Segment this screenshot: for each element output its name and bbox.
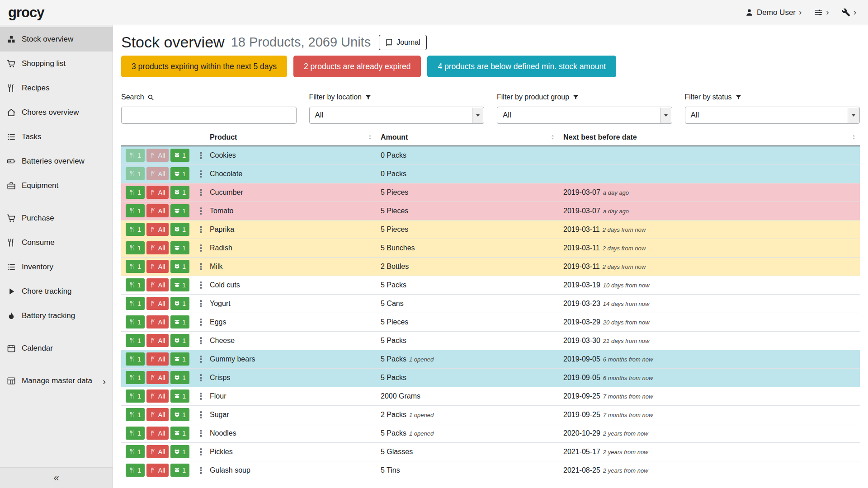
consume-all-button[interactable]: All [146,186,169,199]
row-menu-button[interactable]: ⋮ [194,409,207,420]
open-one-button[interactable]: 1 [170,149,189,162]
consume-all-button[interactable]: All [146,445,169,458]
consume-one-button[interactable]: 1 [126,186,145,199]
sidebar-item-battery-tracking[interactable]: Battery tracking [0,304,113,328]
row-menu-button[interactable]: ⋮ [194,224,207,235]
open-one-button[interactable]: 1 [170,278,189,291]
sidebar-item-purchase[interactable]: Purchase [0,206,113,230]
row-menu-button[interactable]: ⋮ [194,150,207,161]
consume-all-button[interactable]: All [146,427,169,440]
row-menu-button[interactable]: ⋮ [194,354,207,365]
open-one-button[interactable]: 1 [170,186,189,199]
consume-one-button[interactable]: 1 [126,204,145,217]
open-one-button[interactable]: 1 [170,427,189,440]
sidebar-item-calendar[interactable]: Calendar [0,336,113,361]
open-one-button[interactable]: 1 [170,445,189,458]
sidebar-item-inventory[interactable]: Inventory [0,255,113,279]
column-header-amount[interactable]: Amount [376,129,559,146]
sidebar-item-chores-overview[interactable]: Chores overview [0,100,113,125]
open-one-button[interactable]: 1 [170,389,189,403]
location-filter-select[interactable]: All [309,107,485,124]
open-one-button[interactable]: 1 [170,223,189,236]
sidebar-item-equipment[interactable]: Equipment [0,174,113,198]
row-menu-button[interactable]: ⋮ [194,298,207,309]
consume-one-button[interactable]: 1 [126,297,145,310]
consume-one-button[interactable]: 1 [126,371,145,384]
row-menu-button[interactable]: ⋮ [194,335,207,346]
consume-one-button[interactable]: 1 [126,223,145,236]
open-one-button[interactable]: 1 [170,408,189,421]
consume-all-button[interactable]: All [146,167,169,180]
consume-one-button[interactable]: 1 [126,427,145,440]
sidebar-item-manage-master-data[interactable]: Manage master data › [0,369,113,393]
consume-all-button[interactable]: All [146,371,169,384]
row-menu-button[interactable]: ⋮ [194,317,207,328]
consume-all-button[interactable]: All [146,315,169,328]
consume-all-button[interactable]: All [146,408,169,421]
settings-menu[interactable]: › [814,8,829,17]
journal-button[interactable]: Journal [379,35,426,50]
open-one-button[interactable]: 1 [170,315,189,328]
consume-all-button[interactable]: All [146,241,169,254]
user-menu[interactable]: Demo User › [745,8,802,17]
row-menu-button[interactable]: ⋮ [194,169,207,179]
row-menu-button[interactable]: ⋮ [194,261,207,272]
consume-one-button[interactable]: 1 [126,334,145,347]
summary-badge-info[interactable]: 4 products are below defined min. stock … [427,56,616,77]
consume-one-button[interactable]: 1 [126,352,145,366]
consume-one-button[interactable]: 1 [126,389,145,403]
row-menu-button[interactable]: ⋮ [194,465,207,476]
consume-all-button[interactable]: All [146,464,169,477]
open-one-button[interactable]: 1 [170,464,189,477]
app-logo[interactable]: grocy [8,5,44,21]
consume-one-button[interactable]: 1 [126,464,145,477]
product-group-filter-select[interactable]: All [497,107,672,124]
row-menu-button[interactable]: ⋮ [194,187,207,198]
sidebar-item-chore-tracking[interactable]: Chore tracking [0,279,113,304]
consume-all-button[interactable]: All [146,352,169,366]
open-one-button[interactable]: 1 [170,352,189,366]
row-menu-button[interactable]: ⋮ [194,391,207,402]
select-dropdown-button[interactable] [660,108,671,123]
consume-all-button[interactable]: All [146,204,169,217]
row-menu-button[interactable]: ⋮ [194,243,207,253]
column-header-best-before-date[interactable]: Next best before date [559,129,860,146]
search-input[interactable] [121,107,297,124]
open-one-button[interactable]: 1 [170,167,189,180]
consume-all-button[interactable]: All [146,334,169,347]
select-dropdown-button[interactable] [472,108,483,123]
consume-all-button[interactable]: All [146,389,169,403]
row-menu-button[interactable]: ⋮ [194,446,207,457]
consume-one-button[interactable]: 1 [126,278,145,291]
consume-one-button[interactable]: 1 [126,445,145,458]
sidebar-item-shopping-list[interactable]: Shopping list [0,52,113,76]
sidebar-item-consume[interactable]: Consume [0,230,113,255]
consume-all-button[interactable]: All [146,149,169,162]
consume-all-button[interactable]: All [146,278,169,291]
summary-badge-danger[interactable]: 2 products are already expired [293,56,421,77]
row-menu-button[interactable]: ⋮ [194,280,207,291]
open-one-button[interactable]: 1 [170,204,189,217]
open-one-button[interactable]: 1 [170,371,189,384]
open-one-button[interactable]: 1 [170,297,189,310]
consume-one-button[interactable]: 1 [126,167,145,180]
consume-one-button[interactable]: 1 [126,408,145,421]
consume-all-button[interactable]: All [146,260,169,273]
admin-menu[interactable]: › [842,8,856,17]
open-one-button[interactable]: 1 [170,334,189,347]
consume-all-button[interactable]: All [146,223,169,236]
sidebar-item-tasks[interactable]: Tasks [0,125,113,149]
consume-one-button[interactable]: 1 [126,315,145,328]
sidebar-item-recipes[interactable]: Recipes [0,76,113,100]
consume-one-button[interactable]: 1 [126,149,145,162]
open-one-button[interactable]: 1 [170,260,189,273]
select-dropdown-button[interactable] [848,108,859,123]
status-filter-select[interactable]: All [685,107,860,124]
sidebar-item-stock-overview[interactable]: Stock overview [0,27,113,52]
row-menu-button[interactable]: ⋮ [194,428,207,439]
sidebar-item-batteries-overview[interactable]: Batteries overview [0,149,113,174]
consume-all-button[interactable]: All [146,297,169,310]
column-header-product[interactable]: Product [205,129,376,146]
sidebar-collapse-button[interactable]: « [0,467,113,488]
summary-badge-warning[interactable]: 3 products expiring within the next 5 da… [121,56,287,77]
